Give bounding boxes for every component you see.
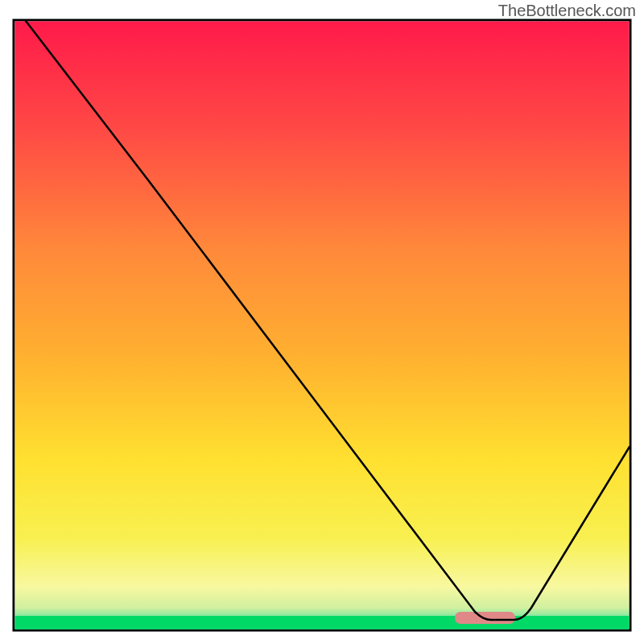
chart-svg (0, 0, 644, 644)
green-band (15, 616, 630, 630)
bottleneck-chart: TheBottleneck.com (0, 0, 644, 644)
watermark-text: TheBottleneck.com (498, 2, 636, 20)
gradient-background (15, 22, 630, 630)
